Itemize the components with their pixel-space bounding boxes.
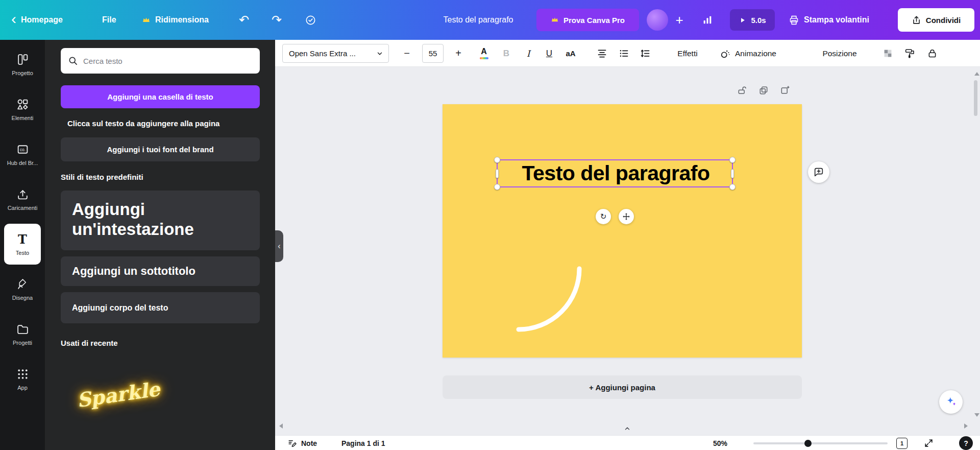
notes-button[interactable]: Note xyxy=(287,436,317,450)
redo-button[interactable]: ↷ xyxy=(266,0,287,40)
list-icon xyxy=(619,48,629,59)
italic-button[interactable]: I xyxy=(519,44,537,63)
text-case-button[interactable]: aA xyxy=(561,44,580,63)
effects-button[interactable]: Effetti xyxy=(666,44,709,63)
unlock-icon xyxy=(737,85,747,96)
bullet-list-button[interactable] xyxy=(615,44,633,63)
recent-text-style-sparkle[interactable]: Sparkle xyxy=(76,377,161,412)
duplicate-icon xyxy=(758,85,769,96)
sidebar-item-elements[interactable]: Elementi xyxy=(0,87,45,132)
sidebar-label: Progetti xyxy=(13,340,32,346)
print-flyers-button[interactable]: Stampa volantini xyxy=(789,0,869,40)
position-button[interactable]: Posizione xyxy=(820,44,860,63)
font-size-input[interactable]: 55 xyxy=(422,44,444,63)
scroll-right-arrow[interactable] xyxy=(964,423,968,429)
selection-handle-top-left[interactable] xyxy=(494,157,500,163)
shapes-icon xyxy=(16,98,29,111)
font-size-decrease-button[interactable]: − xyxy=(398,44,416,63)
folder-icon xyxy=(16,323,29,336)
bold-button[interactable]: B xyxy=(497,44,516,63)
add-brand-fonts-button[interactable]: Aggiungi i tuoi font del brand xyxy=(61,137,260,161)
selection-handle-left[interactable] xyxy=(496,169,499,178)
text-selection-box[interactable]: Testo del paragrafo xyxy=(497,159,733,187)
sidebar-item-text[interactable]: T Testo xyxy=(4,224,41,265)
selected-text-element[interactable]: Testo del paragrafo xyxy=(498,160,734,186)
print-flyers-label: Stampa volantini xyxy=(804,15,869,25)
font-size-increase-button[interactable]: + xyxy=(449,44,468,63)
share-button[interactable]: Condividi xyxy=(898,8,974,32)
invite-button[interactable]: + xyxy=(670,0,689,40)
selection-handle-right[interactable] xyxy=(731,169,734,178)
panel-hint-text: Clicca sul testo da aggiungere alla pagi… xyxy=(67,119,219,128)
add-textbox-button[interactable]: Aggiungi una casella di testo xyxy=(61,85,260,108)
comment-plus-icon xyxy=(813,167,824,178)
spacing-button[interactable] xyxy=(636,44,654,63)
text-color-glyph: A xyxy=(481,48,487,56)
selection-handle-bottom-left[interactable] xyxy=(494,184,500,190)
sync-status-button[interactable] xyxy=(300,0,321,40)
resize-button[interactable]: Ridimensiona xyxy=(142,0,209,40)
animate-icon xyxy=(720,48,731,59)
selection-handle-bottom-right[interactable] xyxy=(729,184,736,190)
try-pro-button[interactable]: Prova Canva Pro xyxy=(536,9,639,31)
unlock-page-button[interactable] xyxy=(737,85,747,96)
comment-button[interactable] xyxy=(808,161,829,183)
add-heading-card[interactable]: Aggiungi un'intestazione xyxy=(61,191,260,250)
copy-style-button[interactable] xyxy=(900,44,919,63)
add-page-icon-button[interactable] xyxy=(780,85,790,96)
zoom-slider[interactable] xyxy=(753,442,888,444)
help-button[interactable]: ? xyxy=(959,436,973,450)
design-page[interactable]: Testo del paragrafo xyxy=(443,104,802,358)
present-duration-button[interactable]: 5.0s xyxy=(730,9,775,31)
undo-button[interactable]: ↶ xyxy=(234,0,254,40)
sidebar-item-brand-hub[interactable]: co. Hub del Br... xyxy=(0,132,45,177)
add-subheading-card[interactable]: Aggiungi un sottotitolo xyxy=(61,256,260,286)
homepage-button[interactable]: ‹ Homepage xyxy=(11,0,63,40)
text-color-button[interactable]: A xyxy=(475,44,493,63)
sidebar-item-apps[interactable]: App xyxy=(0,357,45,401)
panel-collapse-button[interactable]: ‹ xyxy=(275,230,283,262)
rotate-handle-button[interactable]: ↻ xyxy=(596,209,611,224)
chevron-down-icon xyxy=(376,50,383,57)
avatar[interactable] xyxy=(647,9,668,31)
underline-button[interactable]: U xyxy=(540,44,558,63)
notes-icon xyxy=(287,438,297,448)
lock-button[interactable] xyxy=(923,44,941,63)
scroll-left-arrow[interactable] xyxy=(279,423,283,429)
collapse-bottom-button[interactable] xyxy=(622,424,633,433)
document-title[interactable]: Testo del paragrafo xyxy=(444,0,513,40)
zoom-slider-thumb[interactable] xyxy=(804,440,812,447)
line-spacing-icon xyxy=(640,48,651,59)
scroll-down-arrow[interactable] xyxy=(974,413,979,417)
sidebar-item-design[interactable]: Progetto xyxy=(0,42,45,87)
animate-button[interactable]: Animazione xyxy=(720,44,776,63)
file-menu-button[interactable]: File xyxy=(102,0,116,40)
sidebar-item-uploads[interactable]: Caricamenti xyxy=(0,177,45,222)
move-handle-button[interactable] xyxy=(619,209,634,224)
page-indicator[interactable]: Pagina 1 di 1 xyxy=(341,436,385,450)
sidebar-item-projects[interactable]: Progetti xyxy=(0,312,45,357)
move-icon xyxy=(622,212,630,221)
search-input[interactable] xyxy=(83,57,253,65)
magic-assistant-button[interactable] xyxy=(939,390,963,414)
rainbow-bar-icon xyxy=(480,57,488,59)
scroll-up-arrow[interactable] xyxy=(974,72,979,76)
fullscreen-button[interactable] xyxy=(924,436,934,450)
vertical-scrollbar-thumb[interactable] xyxy=(974,80,977,116)
grid-view-button[interactable]: 1 xyxy=(896,438,908,449)
lock-icon xyxy=(927,48,938,59)
insights-button[interactable] xyxy=(698,0,717,40)
duplicate-page-button[interactable] xyxy=(758,85,769,96)
font-family-select[interactable]: Open Sans Extra ... xyxy=(282,44,389,63)
side-rail: Progetto Elementi co. Hub del Br... Cari… xyxy=(0,40,45,450)
search-box[interactable] xyxy=(61,48,260,74)
add-body-text-card[interactable]: Aggiungi corpo del testo xyxy=(61,292,260,323)
add-page-button[interactable]: + Aggiungi pagina xyxy=(443,375,802,399)
undo-icon: ↶ xyxy=(239,14,249,26)
transparency-button[interactable] xyxy=(878,44,897,63)
text-align-button[interactable] xyxy=(593,44,611,63)
sidebar-item-draw[interactable]: Disegna xyxy=(0,267,45,312)
white-arc-element[interactable] xyxy=(443,104,802,358)
selection-handle-top-right[interactable] xyxy=(729,157,736,163)
sidebar-label: Disegna xyxy=(12,295,33,301)
